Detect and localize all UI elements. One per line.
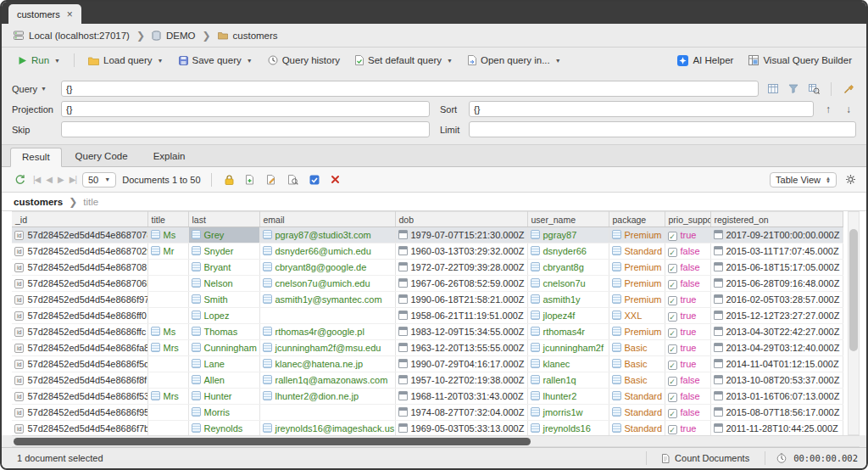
cell-prio_support[interactable]: ✓false — [665, 243, 710, 260]
cell-registered_on[interactable]: 2014-11-04T01:12:15.000Z — [710, 356, 843, 372]
table-row[interactable]: id57d28452ed5d4d54e8686f5dLaneklanec@hat… — [12, 356, 843, 372]
sort-input[interactable] — [469, 101, 814, 117]
cell-last[interactable]: Lane — [188, 356, 259, 372]
table-row[interactable]: id57d28452ed5d4d54e8686ffcMsThomasrthoma… — [12, 324, 843, 340]
query-filter-icon[interactable] — [786, 81, 801, 97]
cell-_id[interactable]: id57d28452ed5d4d54e8686ff0 — [12, 308, 147, 324]
cell-title[interactable]: Ms — [147, 324, 188, 340]
cell-last[interactable]: Bryant — [188, 260, 259, 276]
cell-_id[interactable]: id57d28452ed5d4d54e8686f5d — [12, 356, 147, 372]
cell-prio_support[interactable]: ✓true — [665, 421, 710, 436]
cell-last[interactable]: Reynolds — [188, 421, 259, 436]
cell-user_name[interactable]: cnelson7u — [527, 276, 609, 292]
column-header-_id[interactable]: _id — [12, 212, 147, 227]
breadcrumb-database[interactable]: DEMO — [166, 31, 196, 41]
cell-_id[interactable]: id57d28452ed5d4d54e868702f — [12, 243, 147, 260]
cell-last[interactable]: Snyder — [188, 243, 259, 260]
cell-_id[interactable]: id57d28452ed5d4d54e8686f8f — [12, 372, 147, 389]
cell-prio_support[interactable]: ✓false — [665, 372, 710, 389]
table-row[interactable]: id57d28452ed5d4d54e8687078MsGreypgray87@… — [12, 227, 843, 243]
cell-email[interactable]: dsnyder66@umich.edu — [259, 243, 395, 260]
cell-registered_on[interactable]: 2013-01-16T06:07:13.000Z — [710, 389, 843, 405]
cell-prio_support[interactable]: ✓false — [665, 276, 710, 292]
cell-dob[interactable]: 1963-12-20T13:55:55.000Z — [395, 340, 527, 356]
update-documents-icon[interactable] — [307, 172, 322, 187]
save-query-button[interactable]: Save query ▼ — [173, 53, 259, 68]
column-header-registered_on[interactable]: registered_on — [710, 212, 843, 227]
breadcrumb-collection[interactable]: customers — [233, 31, 278, 41]
cell-title[interactable]: Ms — [147, 227, 188, 243]
cell-_id[interactable]: id57d28452ed5d4d54e8687078 — [12, 227, 147, 243]
query-input[interactable] — [61, 81, 759, 97]
cell-title[interactable] — [147, 421, 188, 436]
cell-email[interactable]: lhunter2@dion.ne.jp — [259, 389, 395, 405]
column-header-last[interactable]: last — [188, 212, 259, 227]
cell-dob[interactable]: 1958-06-21T11:19:51.000Z — [395, 308, 527, 324]
cell-dob[interactable]: 1968-11-20T03:31:43.000Z — [395, 389, 527, 405]
cell-user_name[interactable]: jmorris1w — [527, 405, 609, 421]
cell-registered_on[interactable]: 2015-06-18T15:17:05.000Z — [710, 260, 843, 276]
table-row[interactable]: id57d28452ed5d4d54e8686f7bReynoldsjreyno… — [12, 421, 843, 436]
view-document-icon[interactable] — [286, 172, 301, 187]
cell-title[interactable]: Mrs — [147, 389, 188, 405]
open-query-in-button[interactable]: Open query in... ▼ — [462, 53, 567, 68]
cell-prio_support[interactable]: ✓true — [665, 308, 710, 324]
cell-user_name[interactable]: jlopez4f — [527, 308, 609, 324]
cell-_id[interactable]: id57d28452ed5d4d54e8686f7b — [12, 421, 147, 436]
cell-title[interactable] — [147, 356, 188, 372]
cell-email[interactable]: cbryant8g@google.de — [259, 260, 395, 276]
settings-gear-icon[interactable] — [843, 172, 858, 187]
cell-title[interactable] — [147, 260, 188, 276]
cell-last[interactable]: Cunningham — [188, 340, 259, 356]
cell-user_name[interactable]: rallen1q — [527, 372, 609, 389]
limit-input[interactable] — [469, 121, 856, 137]
tab-close-icon[interactable]: × — [67, 8, 73, 20]
cell-email[interactable]: rallen1q@amazonaws.com — [259, 372, 395, 389]
cell-title[interactable] — [147, 405, 188, 421]
cell-package[interactable]: Basic — [609, 372, 665, 389]
cell-prio_support[interactable]: ✓true — [665, 324, 710, 340]
cell-package[interactable]: Premium — [609, 260, 665, 276]
sort-descending-icon[interactable]: ↓ — [841, 102, 856, 117]
count-documents-button[interactable]: Count Documents — [658, 451, 754, 465]
cell-package[interactable]: Standard — [609, 421, 665, 436]
cell-user_name[interactable]: dsnyder66 — [527, 243, 609, 260]
previous-page-icon[interactable]: ◀ — [46, 175, 52, 184]
cell-package[interactable]: Basic — [609, 356, 665, 372]
query-grid-icon[interactable] — [765, 81, 781, 97]
cell-email[interactable]: pgray87@studio3t.com — [259, 227, 395, 243]
cell-_id[interactable]: id57d28452ed5d4d54e868706b — [12, 276, 147, 292]
set-default-query-button[interactable]: Set default query ▼ — [349, 53, 459, 68]
cell-dob[interactable]: 1957-10-22T02:19:38.000Z — [395, 372, 527, 389]
cell-dob[interactable]: 1983-12-09T15:34:55.000Z — [395, 324, 527, 340]
cell-_id[interactable]: id57d28452ed5d4d54e8686fa8 — [12, 340, 147, 356]
cell-_id[interactable]: id57d28452ed5d4d54e8686f53 — [12, 389, 147, 405]
cell-dob[interactable]: 1969-05-03T05:33:13.000Z — [395, 421, 527, 436]
cell-dob[interactable]: 1974-08-27T07:32:04.000Z — [395, 405, 527, 421]
visual-query-builder-button[interactable]: Visual Query Builder — [743, 53, 858, 68]
cell-registered_on[interactable]: 2015-08-07T18:56:17.000Z — [710, 405, 843, 421]
table-row[interactable]: id57d28452ed5d4d54e868706bNelsoncnelson7… — [12, 276, 843, 292]
cell-last[interactable]: Nelson — [188, 276, 259, 292]
cell-last[interactable]: Smith — [188, 292, 259, 308]
horizontal-scrollbar-thumb[interactable] — [14, 438, 531, 445]
breadcrumb-connection[interactable]: Local (localhost:27017) — [29, 31, 130, 41]
cell-last[interactable]: Thomas — [188, 324, 259, 340]
cell-title[interactable] — [147, 308, 188, 324]
cell-user_name[interactable]: cbryant8g — [527, 260, 609, 276]
cell-package[interactable]: XXL — [609, 308, 665, 324]
skip-input[interactable] — [61, 121, 430, 137]
cell-prio_support[interactable]: ✓true — [665, 227, 710, 243]
cell-title[interactable]: Mrs — [147, 340, 188, 356]
cell-prio_support[interactable]: ✓false — [665, 260, 710, 276]
cell-prio_support[interactable]: ✓true — [665, 292, 710, 308]
cell-dob[interactable]: 1972-07-22T09:39:28.000Z — [395, 260, 527, 276]
cell-user_name[interactable]: lhunter2 — [527, 389, 609, 405]
horizontal-scrollbar[interactable] — [12, 435, 860, 447]
table-row[interactable]: id57d28452ed5d4d54e8686f97Smithasmith1y@… — [12, 292, 843, 308]
cell-email[interactable]: cnelson7u@umich.edu — [259, 276, 395, 292]
column-header-email[interactable]: email — [259, 212, 395, 227]
table-row[interactable]: id57d28452ed5d4d54e8686f95Morris1974-08-… — [12, 405, 843, 421]
add-document-icon[interactable] — [243, 172, 259, 187]
next-page-icon[interactable]: ▶ — [58, 175, 64, 184]
